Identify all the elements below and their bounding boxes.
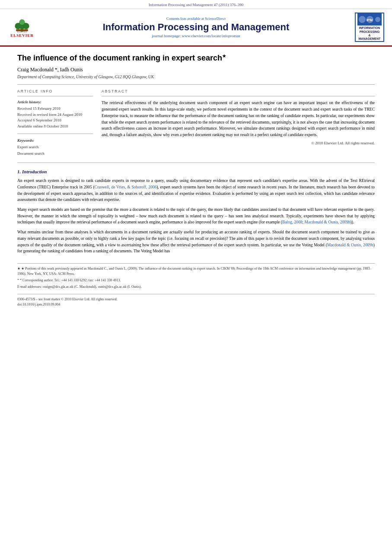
homepage-link[interactable]: www.elsevier.com/locate/infoproman	[182, 34, 240, 38]
available-date: Available online 8 October 2010	[17, 124, 93, 130]
footnote-email: E-mail addresses: craigm@dcs.gla.ac.uk (…	[17, 284, 375, 290]
footnote-star: ★ ★ Portions of this work previously app…	[17, 266, 375, 277]
svg-text:IPM: IPM	[366, 18, 373, 22]
keyword-2: Document search	[17, 150, 93, 156]
journal-main-title: Information Processing and Management	[41, 22, 351, 32]
abstract-label: ABSTRACT	[102, 89, 375, 93]
article-info-column: ARTICLE INFO Article history: Received 1…	[17, 89, 93, 156]
two-column-layout: ARTICLE INFO Article history: Received 1…	[17, 89, 375, 156]
footer-bar: 0306-4573/$ – see front matter © 2010 El…	[17, 294, 375, 307]
history-label: Article history:	[17, 100, 93, 104]
copyright-notice: © 2010 Elsevier Ltd. All rights reserved…	[102, 141, 375, 145]
journal-logo-right: IPM INFORMATIONPROCESSING&MANAGEMENT	[355, 13, 385, 42]
intro-paragraph-1: An expert search system is designed to r…	[17, 178, 375, 203]
intro-paragraph-3: What remains unclear from these analyses…	[17, 229, 375, 255]
abstract-divider	[102, 96, 375, 96]
received-date: Received 15 February 2010	[17, 106, 93, 112]
abstract-text: The retrieval effectiveness of the under…	[102, 100, 375, 138]
main-content: The influence of the document ranking in…	[0, 47, 392, 314]
authors: Craig Macdonald *, Iadh Ounis	[17, 67, 375, 73]
page-wrapper: Information Processing and Management 47…	[0, 0, 392, 535]
keywords-divider	[17, 134, 93, 134]
svg-point-8	[359, 16, 366, 23]
journal-header: ELSEVIER ELSEVIER Contents lists availab…	[0, 9, 392, 47]
revised-date: Received in revised form 24 August 2010	[17, 112, 93, 118]
journal-citation: Information Processing and Management 47…	[149, 3, 244, 7]
sciencedirect-link[interactable]: ScienceDirect	[205, 16, 226, 21]
ref-balog[interactable]: Balog, 2008	[282, 220, 302, 224]
keyword-1: Expert search	[17, 144, 93, 150]
svg-point-10	[375, 17, 380, 22]
title-star: ★	[222, 54, 226, 58]
keywords-label: Keywords:	[17, 138, 93, 143]
contents-available: Contents lists available at ScienceDirec…	[41, 16, 351, 21]
footnote-corresponding: * * Corresponding author. Tel.: +44 141 …	[17, 278, 375, 283]
abstract-column: ABSTRACT The retrieval effectiveness of …	[102, 89, 375, 156]
ref-voting[interactable]: Macdonald & Ounis, 2009b	[327, 243, 373, 247]
affiliation: Department of Computing Science, Univers…	[17, 75, 375, 79]
article-info-label: ARTICLE INFO	[17, 89, 93, 93]
journal-title-center: Contents lists available at ScienceDirec…	[41, 16, 351, 38]
section-divider	[17, 162, 375, 163]
header-divider	[17, 84, 375, 85]
accepted-date: Accepted 6 September 2010	[17, 118, 93, 124]
ipm-logo-text: INFORMATIONPROCESSING&MANAGEMENT	[359, 26, 381, 41]
ref-craswell[interactable]: Craswell, de Vries, & Soboroff, 2006	[95, 185, 157, 189]
footer-doi: doi:10.1016/j.ipm.2010.09.004	[17, 302, 375, 307]
introduction-title: 1. Introduction	[17, 169, 375, 174]
footnotes-section: ★ ★ Portions of this work previously app…	[17, 263, 375, 290]
ipm-logo-image: IPM	[357, 13, 382, 25]
elsevier-text: ELSEVIER	[10, 33, 34, 38]
intro-paragraph-2: Many expert search models are based on t…	[17, 207, 375, 226]
elsevier-tree-icon: ELSEVIER	[11, 17, 33, 32]
article-title: The influence of the document ranking in…	[17, 53, 375, 63]
footer-issn: 0306-4573/$ – see front matter © 2010 El…	[17, 297, 375, 302]
journal-homepage: journal homepage: www.elsevier.com/locat…	[41, 34, 351, 38]
svg-point-4	[19, 19, 25, 25]
svg-text:ELSEVIER: ELSEVIER	[17, 31, 27, 32]
elsevier-logo: ELSEVIER ELSEVIER	[7, 16, 37, 39]
article-info-divider	[17, 96, 93, 96]
ipm-logo: IPM INFORMATIONPROCESSING&MANAGEMENT	[355, 13, 384, 42]
ipm-decorative-icon: IPM	[358, 13, 382, 25]
ref-macdonald[interactable]: Macdonald & Ounis, 2009b	[305, 220, 351, 224]
journal-top-bar: Information Processing and Management 47…	[0, 0, 392, 9]
